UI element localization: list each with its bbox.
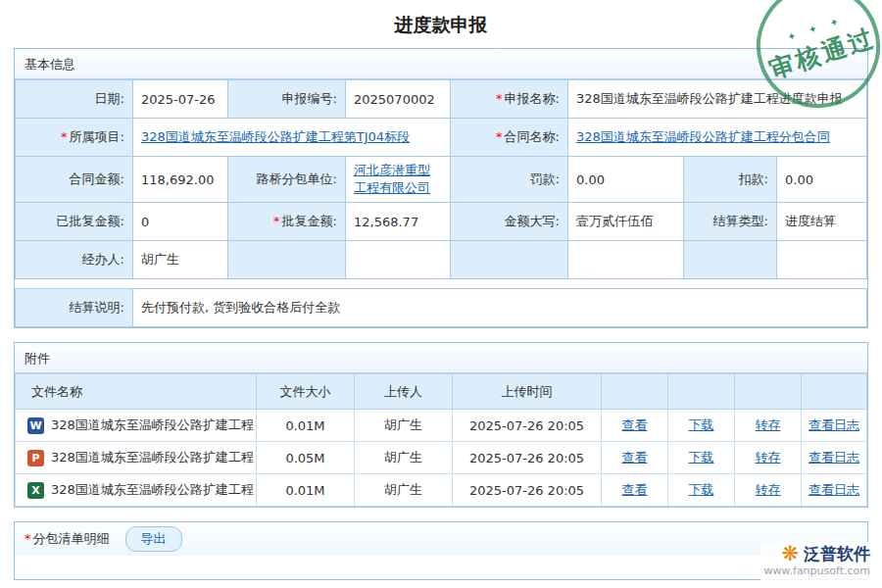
- file-size: 0.05M: [257, 442, 355, 474]
- approved-amount-label: *批复金额:: [228, 203, 346, 241]
- contract-amount-value: 118,692.00: [133, 157, 228, 203]
- col-action: [735, 374, 802, 410]
- penalty-value: 0.00: [568, 157, 684, 203]
- attachments-table: 文件名称 文件大小 上传人 上传时间 W328国道城东至温峤段公路扩建工程 0.…: [15, 373, 867, 507]
- col-action: [602, 374, 668, 410]
- required-marker: *: [496, 91, 503, 106]
- contract-name-value-cell: 328国道城东至温峤段公路扩建工程分包合同: [568, 119, 867, 157]
- empty-label-cell: [684, 241, 777, 279]
- brand-site-url: www.fanpusoft.com: [764, 564, 870, 578]
- file-name-cell: P328国道城东至温峤段公路扩建工程: [16, 442, 257, 474]
- subcontractor-value-cell: 河北彦潜重型工程有限公司: [346, 157, 451, 203]
- file-name: 328国道城东至温峤段公路扩建工程: [51, 417, 254, 432]
- file-name: 328国道城东至温峤段公路扩建工程: [51, 482, 254, 497]
- attachment-row: X328国道城东至温峤段公路扩建工程 0.01M 胡广生 2025-07-26 …: [16, 474, 867, 507]
- view-log-link[interactable]: 查看日志: [808, 417, 859, 432]
- download-link[interactable]: 下载: [689, 417, 714, 432]
- required-marker: *: [61, 129, 68, 144]
- file-upload-time: 2025-07-26 20:05: [453, 442, 602, 474]
- col-file-name: 文件名称: [16, 374, 257, 410]
- date-label: 日期:: [16, 80, 133, 119]
- view-log-link[interactable]: 查看日志: [808, 450, 859, 465]
- view-link[interactable]: 查看: [622, 417, 648, 432]
- subcontract-detail-panel: *分包清单明细 导出: [14, 521, 868, 580]
- transfer-save-link[interactable]: 转存: [756, 482, 781, 497]
- approved-already-value: 0: [133, 203, 228, 241]
- declare-no-value: 2025070002: [346, 80, 451, 119]
- col-file-size: 文件大小: [257, 374, 355, 410]
- file-uploader: 胡广生: [355, 442, 453, 474]
- operator-value: 胡广生: [133, 241, 228, 279]
- transfer-save-link[interactable]: 转存: [756, 450, 781, 465]
- required-marker: *: [496, 129, 503, 144]
- file-upload-time: 2025-07-26 20:05: [453, 474, 602, 507]
- operator-label: 经办人:: [16, 241, 133, 279]
- declare-name-value: 328国道城东至温峤段公路扩建工程进度款申报: [568, 80, 867, 119]
- attachments-panel: 附件 文件名称 文件大小 上传人 上传时间 W328国道城东至温峤段公路扩建工程…: [14, 342, 868, 508]
- empty-value-cell: [346, 241, 451, 279]
- col-upload-time: 上传时间: [453, 374, 602, 410]
- excel-file-icon: X: [27, 482, 44, 499]
- project-link[interactable]: 328国道城东至温峤段公路扩建工程第TJ04标段: [141, 129, 410, 144]
- contract-amount-label: 合同金额:: [16, 157, 133, 203]
- basic-info-panel: 基本信息 日期: 2025-07-26 申报编号: 2025070002 *申报…: [14, 48, 868, 328]
- deduction-value: 0.00: [777, 157, 867, 203]
- date-value: 2025-07-26: [133, 80, 228, 119]
- attachments-header-row: 文件名称 文件大小 上传人 上传时间: [16, 374, 867, 410]
- ppt-file-icon: P: [27, 450, 44, 466]
- file-name-cell: X328国道城东至温峤段公路扩建工程: [16, 474, 257, 507]
- required-marker: *: [273, 214, 280, 228]
- download-link[interactable]: 下载: [689, 482, 714, 497]
- file-upload-time: 2025-07-26 20:05: [453, 410, 602, 442]
- basic-info-section-title: 基本信息: [15, 49, 867, 79]
- empty-value-cell: [568, 241, 684, 279]
- col-action: [668, 374, 735, 410]
- attachment-row: W328国道城东至温峤段公路扩建工程 0.01M 胡广生 2025-07-26 …: [16, 410, 867, 442]
- file-size: 0.01M: [257, 474, 355, 507]
- contract-name-label: *合同名称:: [451, 119, 568, 157]
- file-name-cell: W328国道城东至温峤段公路扩建工程: [16, 410, 257, 442]
- file-name: 328国道城东至温峤段公路扩建工程: [51, 450, 254, 465]
- settle-note-table: 结算说明: 先付预付款, 货到验收合格后付全款: [15, 288, 867, 327]
- transfer-save-link[interactable]: 转存: [756, 417, 781, 432]
- approved-already-label: 已批复金额:: [16, 203, 133, 241]
- fanpu-logo-icon: ❋: [781, 544, 799, 564]
- page-title: 进度款申报: [0, 0, 882, 48]
- col-action: [802, 374, 867, 410]
- attachment-row: P328国道城东至温峤段公路扩建工程 0.05M 胡广生 2025-07-26 …: [16, 442, 867, 474]
- declare-name-label: *申报名称:: [451, 80, 568, 119]
- subcontractor-link[interactable]: 河北彦潜重型工程有限公司: [354, 163, 430, 195]
- basic-info-table: 日期: 2025-07-26 申报编号: 2025070002 *申报名称: 3…: [15, 79, 867, 279]
- approved-amount-value: 12,568.77: [346, 203, 451, 241]
- word-file-icon: W: [27, 417, 44, 434]
- view-log-link[interactable]: 查看日志: [808, 482, 859, 497]
- declare-no-label: 申报编号:: [228, 80, 346, 119]
- empty-label-cell: [228, 241, 346, 279]
- empty-value-cell: [777, 241, 867, 279]
- brand-name: 泛普软件: [804, 544, 870, 564]
- subcontract-detail-title: *分包清单明细: [24, 530, 110, 548]
- download-link[interactable]: 下载: [689, 450, 714, 465]
- view-link[interactable]: 查看: [622, 450, 648, 465]
- settle-type-label: 结算类型:: [684, 203, 777, 241]
- col-uploader: 上传人: [355, 374, 453, 410]
- file-uploader: 胡广生: [355, 474, 453, 507]
- required-marker: *: [24, 531, 31, 546]
- project-label: *所属项目:: [16, 119, 133, 157]
- deduction-label: 扣款:: [684, 157, 777, 203]
- file-size: 0.01M: [257, 410, 355, 442]
- amount-words-value: 壹万贰仟伍佰: [568, 203, 684, 241]
- view-link[interactable]: 查看: [622, 482, 648, 497]
- subcontractor-label: 路桥分包单位:: [228, 157, 346, 203]
- contract-link[interactable]: 328国道城东至温峤段公路扩建工程分包合同: [576, 129, 830, 144]
- penalty-label: 罚款:: [451, 157, 568, 203]
- amount-words-label: 金额大写:: [451, 203, 568, 241]
- file-uploader: 胡广生: [355, 410, 453, 442]
- fanpu-brand-link[interactable]: ❋ 泛普软件 www.fanpusoft.com: [760, 542, 874, 580]
- settle-note-label: 结算说明:: [16, 289, 133, 327]
- project-value-cell: 328国道城东至温峤段公路扩建工程第TJ04标段: [133, 119, 451, 157]
- export-button[interactable]: 导出: [125, 526, 182, 552]
- attachments-section-title: 附件: [15, 343, 867, 373]
- empty-label-cell: [451, 241, 568, 279]
- settle-note-value: 先付预付款, 货到验收合格后付全款: [133, 289, 867, 327]
